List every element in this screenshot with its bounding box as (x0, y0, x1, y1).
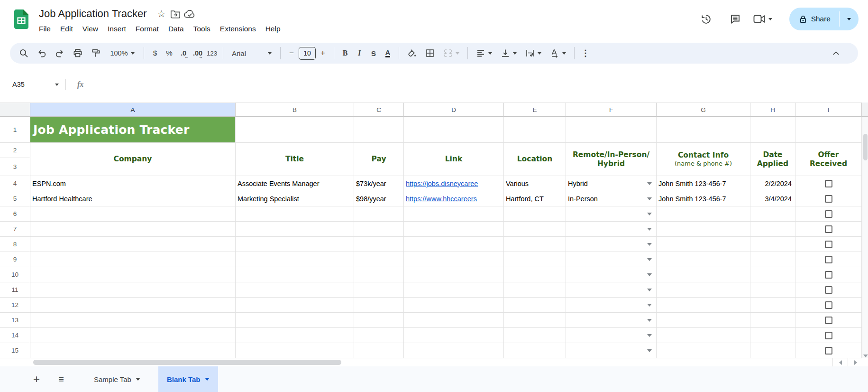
cell[interactable] (404, 117, 504, 143)
horizontal-align-button[interactable] (472, 45, 496, 61)
cell[interactable] (236, 298, 354, 313)
move-folder-icon[interactable] (168, 7, 183, 20)
cell[interactable] (404, 267, 504, 282)
cell[interactable] (657, 328, 750, 343)
text-wrap-button[interactable] (521, 45, 546, 61)
cell[interactable] (504, 206, 566, 222)
search-icon[interactable] (15, 45, 33, 61)
cell-offer[interactable] (795, 237, 862, 252)
header-company[interactable]: Company (30, 143, 236, 176)
cell[interactable] (657, 252, 750, 267)
more-toolbar-button[interactable]: ⋮ (578, 45, 593, 61)
offer-checkbox[interactable] (825, 210, 832, 218)
format-currency-button[interactable]: $ (148, 45, 162, 61)
zoom-select[interactable]: 100% (105, 45, 140, 61)
row-header-15[interactable]: 15 (0, 343, 30, 358)
header-pay[interactable]: Pay (354, 143, 404, 176)
row-header-4[interactable]: 4 (0, 176, 30, 191)
row-header-5[interactable]: 5 (0, 191, 30, 206)
text-color-button[interactable]: A (381, 45, 395, 61)
offer-checkbox[interactable] (825, 195, 832, 203)
header-date-applied[interactable]: Date Applied (750, 143, 795, 176)
decrease-font-size-button[interactable]: − (284, 45, 299, 61)
menu-view[interactable]: View (78, 23, 103, 35)
cell[interactable] (750, 117, 795, 143)
cell[interactable] (404, 222, 504, 237)
offer-checkbox[interactable] (825, 180, 832, 187)
menu-data[interactable]: Data (164, 23, 189, 35)
cell-offer[interactable] (795, 298, 862, 313)
font-family-select[interactable]: Arial (227, 45, 276, 61)
cell[interactable] (750, 282, 795, 298)
cell[interactable] (404, 282, 504, 298)
cell-title[interactable]: Associate Events Manager (236, 176, 354, 191)
italic-button[interactable]: I (352, 45, 366, 61)
cell-link[interactable]: https://jobs.disneycaree (404, 176, 504, 191)
cell[interactable] (750, 343, 795, 358)
cell-remote-dropdown[interactable] (566, 343, 657, 358)
cell[interactable] (504, 267, 566, 282)
cell[interactable] (657, 267, 750, 282)
increase-decimal-button[interactable]: .00→ (191, 45, 205, 61)
header-offer-received[interactable]: Offer Received (795, 143, 862, 176)
font-size-input[interactable]: 10 (299, 47, 316, 60)
cell[interactable] (657, 298, 750, 313)
scroll-right-button[interactable] (848, 358, 863, 366)
cell[interactable] (236, 267, 354, 282)
offer-checkbox[interactable] (825, 317, 832, 324)
column-header-H[interactable]: H (750, 103, 795, 117)
row-header-13[interactable]: 13 (0, 313, 30, 328)
cell-date[interactable]: 3/4/2024 (750, 191, 795, 206)
meet-dropdown-icon[interactable] (768, 18, 772, 20)
header-title[interactable]: Title (236, 143, 354, 176)
cell[interactable] (30, 282, 236, 298)
cell-offer[interactable] (795, 191, 862, 206)
cell-pay[interactable]: $73k/year (354, 176, 404, 191)
vertical-scrollbar-thumb[interactable] (863, 134, 868, 160)
paint-format-button[interactable] (87, 45, 105, 61)
cell-remote-dropdown[interactable]: Hybrid (566, 176, 657, 191)
cell-offer[interactable] (795, 176, 862, 191)
cell[interactable] (504, 252, 566, 267)
undo-button[interactable] (33, 45, 51, 61)
comments-icon[interactable] (724, 8, 747, 30)
decrease-decimal-button[interactable]: .0← (176, 45, 191, 61)
cell[interactable] (236, 343, 354, 358)
horizontal-scrollbar-thumb[interactable] (33, 360, 341, 365)
text-rotation-button[interactable] (546, 45, 570, 61)
cell[interactable] (657, 313, 750, 328)
more-formats-button[interactable]: 123 (205, 45, 219, 61)
column-header-D[interactable]: D (404, 103, 504, 117)
tab-blank-tab[interactable]: Blank Tab (158, 366, 218, 392)
cell-offer[interactable] (795, 222, 862, 237)
menu-edit[interactable]: Edit (55, 23, 78, 35)
cell[interactable] (30, 206, 236, 222)
cloud-saved-icon[interactable] (183, 7, 197, 20)
row-header-9[interactable]: 9 (0, 252, 30, 267)
cell[interactable] (236, 252, 354, 267)
cell-company[interactable]: Hartford Healthcare (30, 191, 236, 206)
cell[interactable] (750, 237, 795, 252)
cell[interactable] (236, 313, 354, 328)
row-header-8[interactable]: 8 (0, 237, 30, 252)
row-header-7[interactable]: 7 (0, 222, 30, 237)
cell[interactable] (236, 282, 354, 298)
menu-format[interactable]: Format (131, 23, 164, 35)
cell[interactable] (504, 222, 566, 237)
cell[interactable] (354, 328, 404, 343)
cell[interactable] (504, 298, 566, 313)
cell-offer[interactable] (795, 206, 862, 222)
cell-date[interactable]: 2/2/2024 (750, 176, 795, 191)
row-header-10[interactable]: 10 (0, 267, 30, 282)
cell-company[interactable]: ESPN.com (30, 176, 236, 191)
format-percent-button[interactable]: % (162, 45, 176, 61)
offer-checkbox[interactable] (825, 256, 832, 263)
cell[interactable] (404, 298, 504, 313)
cell-location[interactable]: Hartford, CT (504, 191, 566, 206)
cell-offer[interactable] (795, 343, 862, 358)
cell[interactable] (404, 313, 504, 328)
offer-checkbox[interactable] (825, 347, 832, 355)
cell-offer[interactable] (795, 313, 862, 328)
cell[interactable] (30, 237, 236, 252)
cell[interactable] (750, 222, 795, 237)
